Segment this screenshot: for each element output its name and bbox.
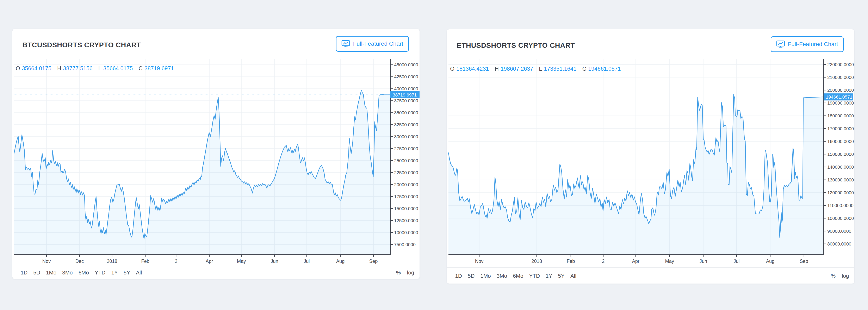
y-axis-label: 30000.0000 (394, 134, 418, 139)
ohlc-open-label: O (16, 65, 20, 72)
x-axis-label: Aug (766, 258, 775, 264)
y-axis-label: 25000.0000 (394, 158, 418, 163)
y-axis-label: 100000.0000 (827, 216, 854, 221)
ohlc-high-label: H (57, 65, 61, 72)
y-axis-label: 120000.0000 (827, 190, 854, 195)
y-axis-label: 10000.0000 (394, 230, 418, 235)
ohlc-low-label: L (98, 65, 101, 72)
x-axis-label: Nov (42, 258, 51, 264)
y-axis-label: 22500.0000 (394, 170, 418, 175)
ohlc-close-label: C (139, 65, 143, 72)
ohlc-open-label: O (450, 66, 455, 72)
y-axis-label: 130000.0000 (827, 177, 854, 183)
range-button-6mo[interactable]: 6Mo (513, 273, 524, 279)
range-button-1mo[interactable]: 1Mo (46, 270, 57, 276)
price-series-area (448, 94, 824, 255)
btc-chart-card: BTCUSDSHORTS CRYPTO CHART Full-Featured … (12, 29, 420, 279)
ohlc-open-value: 35664.0175 (22, 65, 52, 72)
scale-button-%[interactable]: % (831, 273, 836, 279)
x-axis-label: Jun (700, 258, 707, 264)
x-axis-label: Sep (369, 258, 378, 264)
y-axis-label: 160000.0000 (827, 139, 854, 144)
y-axis: 220000.0000210000.0000200000.0000190000.… (824, 62, 854, 247)
scale-button-%[interactable]: % (396, 270, 401, 276)
range-toolbar: 1D5D1Mo3Mo6MoYTD1Y5YAll (21, 270, 142, 276)
ohlc-high-value: 38777.5156 (63, 65, 93, 72)
range-button-1d[interactable]: 1D (455, 273, 462, 279)
scale-toolbar: %log (396, 270, 414, 276)
ohlc-legend: O 181364.4231 H 198607.2637 L 173351.164… (450, 66, 627, 72)
y-axis-label: 42500.0000 (394, 74, 418, 80)
ohlc-open-value: 181364.4231 (456, 66, 489, 72)
range-button-1d[interactable]: 1D (21, 270, 28, 276)
x-axis: NovDec2018Feb2AprMayJunJulAugSep (42, 255, 378, 264)
range-button-all[interactable]: All (136, 270, 142, 276)
range-button-5y[interactable]: 5Y (124, 270, 130, 276)
y-axis-label: 220000.0000 (827, 62, 854, 67)
ohlc-high-value: 198607.2637 (500, 66, 533, 72)
x-axis-label: May (237, 258, 246, 264)
y-axis-label: 190000.0000 (827, 100, 854, 105)
range-button-ytd[interactable]: YTD (95, 270, 105, 276)
y-axis-label: 17500.0000 (394, 194, 418, 199)
ohlc-close-value: 194661.0571 (588, 66, 621, 72)
eth-chart-card: ETHUSDSHORTS CRYPTO CHART Full-Featured … (447, 29, 855, 283)
x-axis-label: Dec (75, 258, 84, 264)
x-axis-label: Sep (800, 258, 808, 264)
y-axis-label: 27500.0000 (394, 146, 418, 151)
y-axis-label: 7500.0000 (394, 242, 415, 247)
y-axis-label: 20000.0000 (394, 182, 418, 187)
x-axis: Nov2018Feb2AprMayJunJulAugSep (475, 255, 808, 264)
scale-button-log[interactable]: log (842, 273, 849, 279)
ohlc-close-value: 38719.6971 (145, 65, 174, 72)
y-axis-label: 35000.0000 (394, 110, 418, 115)
ohlc-low-value: 173351.1641 (544, 66, 577, 72)
range-button-1mo[interactable]: 1Mo (480, 273, 491, 279)
y-axis-label: 170000.0000 (827, 126, 854, 131)
y-axis-label: 110000.0000 (827, 203, 854, 208)
range-button-ytd[interactable]: YTD (529, 273, 540, 279)
y-axis-label: 12500.0000 (394, 218, 418, 223)
y-axis-label: 150000.0000 (827, 152, 854, 157)
range-toolbar: 1D5D1Mo3Mo6MoYTD1Y5YAll (455, 273, 577, 279)
svg-text:38719.6971: 38719.6971 (393, 92, 416, 97)
range-button-all[interactable]: All (570, 273, 577, 279)
y-axis-label: 180000.0000 (827, 113, 854, 118)
eth-chart-toolbar: 1D5D1Mo3Mo6MoYTD1Y5YAll %log (447, 268, 855, 284)
x-axis-label: Apr (632, 258, 640, 264)
y-axis-label: 15000.0000 (394, 206, 418, 211)
y-axis-label: 45000.0000 (394, 62, 418, 67)
range-button-5d[interactable]: 5D (468, 273, 474, 279)
y-axis-label: 80000.0000 (827, 241, 851, 247)
range-button-6mo[interactable]: 6Mo (79, 270, 89, 276)
ohlc-high-label: H (495, 66, 499, 72)
ohlc-legend: O 35664.0175 H 38777.5156 L 35664.0175 C… (16, 65, 180, 72)
btc-chart-toolbar: 1D5D1Mo3Mo6MoYTD1Y5YAll %log (12, 266, 420, 279)
y-axis-label: 140000.0000 (827, 164, 854, 170)
x-axis-label: 2 (602, 258, 605, 264)
ohlc-low-value: 35664.0175 (103, 65, 133, 72)
x-axis-label: Feb (567, 258, 575, 264)
ohlc-close-label: C (582, 66, 587, 72)
x-axis-label: 2018 (106, 258, 117, 264)
range-button-3mo[interactable]: 3Mo (497, 273, 507, 279)
x-axis-label: Jun (271, 258, 278, 264)
x-axis-label: 2 (175, 258, 178, 264)
range-button-1y[interactable]: 1Y (111, 270, 118, 276)
y-axis: 45000.000042500.000040000.000037500.0000… (391, 62, 418, 247)
x-axis-label: Jul (734, 258, 740, 264)
x-axis-label: Aug (336, 258, 345, 264)
ohlc-low-label: L (539, 66, 542, 72)
x-axis-label: May (665, 258, 674, 264)
range-button-5y[interactable]: 5Y (558, 273, 565, 279)
y-axis-label: 200000.0000 (827, 88, 854, 93)
svg-text:194661.0571: 194661.0571 (826, 94, 852, 100)
x-axis-label: Nov (475, 258, 484, 264)
x-axis-label: Apr (206, 258, 213, 264)
range-button-1y[interactable]: 1Y (546, 273, 552, 279)
y-axis-label: 40000.0000 (394, 86, 418, 91)
scale-button-log[interactable]: log (407, 270, 414, 276)
range-button-3mo[interactable]: 3Mo (62, 270, 73, 276)
range-button-5d[interactable]: 5D (33, 270, 40, 276)
x-axis-label: 2018 (531, 258, 542, 264)
